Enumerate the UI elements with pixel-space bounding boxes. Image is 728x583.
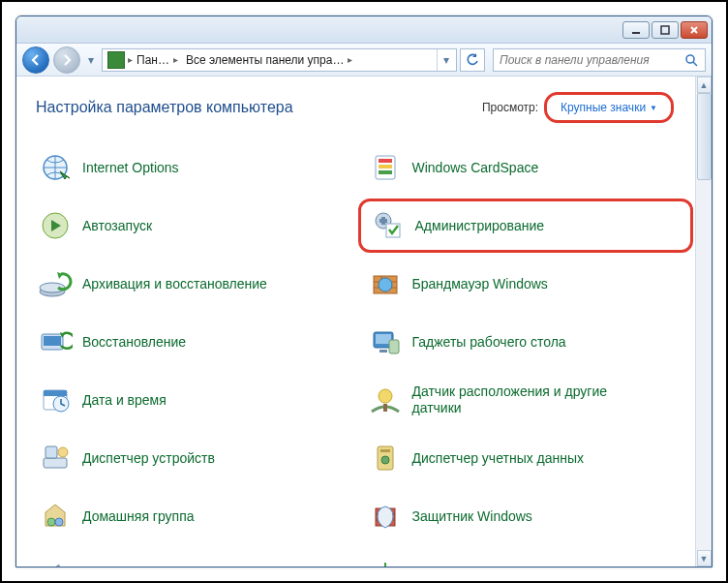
item-label: Дата и время — [82, 392, 167, 409]
item-label: Домашняя группа — [82, 508, 195, 525]
chevron-right-icon: ▸ — [348, 54, 352, 65]
control-panel-item[interactable]: Звук — [36, 551, 356, 567]
breadcrumb-text: Пан… — [136, 53, 169, 67]
svg-rect-29 — [379, 350, 387, 353]
control-panel-item[interactable]: Windows CardSpace — [366, 144, 686, 191]
control-panel-window: ▾ ▸ Пан…▸ Все элементы панели упра…▸ ▾ Н… — [15, 15, 713, 568]
control-panel-item[interactable]: Брандмауэр Windows — [366, 261, 686, 307]
search-box[interactable] — [493, 48, 706, 72]
tray-icon — [368, 557, 403, 567]
breadcrumb[interactable]: ▸ Пан…▸ Все элементы панели упра…▸ ▾ — [102, 48, 457, 72]
scroll-track[interactable] — [697, 93, 712, 550]
autoplay-icon — [38, 208, 73, 243]
item-label: Датчик расположения и другие датчики — [412, 384, 625, 416]
svg-line-5 — [693, 62, 697, 66]
control-panel-item[interactable]: Диспетчер устройств — [36, 435, 356, 481]
svg-point-24 — [379, 278, 392, 292]
control-panel-item[interactable]: Автозапуск — [36, 202, 356, 249]
search-input[interactable] — [500, 53, 683, 67]
svg-rect-10 — [379, 170, 392, 174]
content-area: Настройка параметров компьютера Просмотр… — [16, 77, 695, 567]
item-label: Диспетчер устройств — [82, 450, 215, 467]
item-label: Диспетчер учетных данных — [412, 450, 585, 467]
refresh-button[interactable] — [460, 48, 485, 72]
svg-point-41 — [381, 456, 389, 464]
devmgr-icon — [38, 441, 73, 476]
close-button[interactable] — [681, 21, 708, 39]
control-panel-item[interactable]: Гаджеты рабочего стола — [366, 319, 686, 365]
back-button[interactable] — [22, 46, 49, 74]
firewall-icon — [368, 266, 403, 301]
scroll-down-button[interactable]: ▼ — [697, 550, 712, 567]
view-label: Просмотр: — [482, 101, 538, 114]
forward-button[interactable] — [53, 46, 80, 74]
svg-rect-35 — [383, 404, 387, 412]
item-label: Восстановление — [82, 334, 186, 351]
credmgr-icon — [368, 441, 403, 476]
control-panel-item[interactable]: Домашняя группа — [36, 493, 356, 539]
svg-point-4 — [686, 55, 694, 63]
svg-point-38 — [58, 447, 68, 457]
control-panel-item[interactable]: Восстановление — [36, 319, 356, 365]
item-label: Гаджеты рабочего стола — [412, 334, 566, 351]
item-label: Internet Options — [82, 160, 179, 176]
control-panel-item[interactable]: Архивация и восстановление — [36, 261, 356, 307]
control-panel-item[interactable]: Internet Options — [36, 144, 356, 191]
svg-rect-26 — [44, 336, 61, 346]
item-label: Автозапуск — [82, 218, 152, 234]
content-wrap: Настройка параметров компьютера Просмотр… — [16, 77, 712, 567]
datetime-icon — [38, 383, 73, 417]
sound-icon — [38, 557, 73, 567]
gadgets-icon — [368, 324, 403, 359]
item-label: Администрирование — [415, 218, 545, 234]
control-panel-icon — [107, 51, 125, 69]
items-grid: Internet OptionsWindows CardSpaceАвтозап… — [36, 144, 685, 567]
control-panel-item[interactable]: Датчик расположения и другие датчики — [366, 377, 686, 423]
item-label: Архивация и восстановление — [82, 276, 267, 292]
control-panel-item[interactable]: Дата и время — [36, 377, 356, 423]
view-value: Крупные значки — [561, 101, 646, 114]
address-dropdown[interactable]: ▾ — [437, 49, 454, 71]
svg-point-18 — [40, 283, 65, 292]
breadcrumb-segment-1[interactable]: Пан…▸ — [133, 49, 182, 71]
item-label: Брандмауэр Windows — [412, 276, 548, 292]
svg-rect-15 — [379, 219, 387, 223]
titlebar — [16, 16, 712, 44]
breadcrumb-segment-2[interactable]: Все элементы панели упра…▸ — [182, 49, 357, 71]
chevron-right-icon: ▸ — [173, 54, 178, 65]
control-panel-item[interactable]: Защитник Windows — [366, 493, 686, 539]
navigation-bar: ▾ ▸ Пан…▸ Все элементы панели упра…▸ ▾ — [16, 44, 712, 77]
svg-point-34 — [379, 389, 392, 403]
control-panel-item[interactable]: Администрирование — [358, 199, 694, 253]
control-panel-item[interactable]: Диспетчер учетных данных — [366, 435, 686, 481]
svg-rect-32 — [44, 390, 67, 396]
svg-rect-40 — [380, 449, 390, 452]
svg-point-42 — [47, 518, 55, 526]
chevron-down-icon: ▼ — [650, 104, 657, 112]
svg-rect-36 — [44, 458, 67, 468]
scroll-thumb[interactable] — [697, 93, 712, 180]
svg-rect-8 — [379, 159, 392, 163]
minimize-button[interactable] — [622, 21, 650, 39]
scroll-up-button[interactable]: ▲ — [697, 77, 712, 93]
svg-rect-30 — [389, 340, 399, 353]
view-dropdown[interactable]: Крупные значки ▼ — [544, 92, 674, 123]
vertical-scrollbar[interactable]: ▲ ▼ — [695, 77, 712, 567]
header-row: Настройка параметров компьютера Просмотр… — [36, 92, 685, 123]
svg-rect-1 — [661, 26, 669, 34]
internet-options-icon — [38, 150, 73, 185]
search-icon[interactable] — [683, 52, 699, 68]
svg-rect-37 — [46, 446, 57, 458]
maximize-button[interactable] — [652, 21, 679, 39]
control-panel-item[interactable]: Значки области — [366, 551, 686, 567]
svg-rect-9 — [379, 165, 392, 169]
defender-icon — [368, 499, 403, 534]
history-dropdown[interactable]: ▾ — [84, 50, 98, 70]
recovery-icon — [38, 324, 73, 359]
backup-icon — [38, 266, 73, 301]
page-title: Настройка параметров компьютера — [36, 99, 293, 116]
view-selector: Просмотр: Крупные значки ▼ — [482, 92, 674, 123]
admin-icon — [371, 208, 406, 243]
screenshot-frame: ▾ ▸ Пан…▸ Все элементы панели упра…▸ ▾ Н… — [0, 0, 728, 583]
breadcrumb-text: Все элементы панели упра… — [186, 53, 345, 67]
